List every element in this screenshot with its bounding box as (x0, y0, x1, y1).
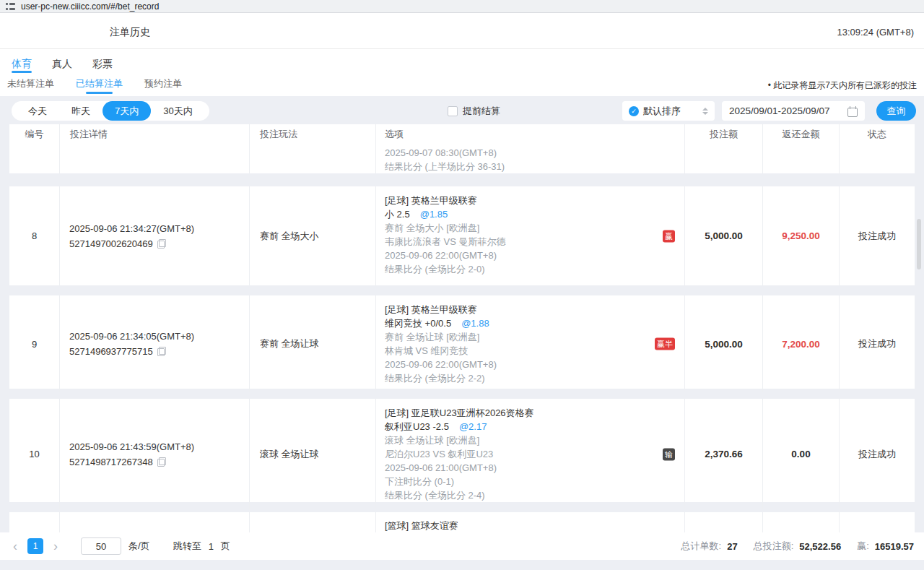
sort-arrows-icon (702, 108, 708, 115)
sort-select-label: 默认排序 (643, 105, 698, 118)
tab-live[interactable]: 真人 (52, 58, 72, 73)
odds: @2.17 (459, 421, 487, 432)
copy-icon[interactable] (157, 347, 166, 356)
league-name: [足球] 亚足联U23亚洲杯2026资格赛 (385, 406, 655, 420)
option-line: 2025-09-07 08:30(GMT+8) (385, 146, 655, 160)
search-button[interactable]: 查询 (876, 101, 916, 121)
settlement-tabs: 未结算注单 已结算注单 预约注单 • 此记录将显示7天内所有已派彩的投注 (0, 73, 924, 95)
bet-id: 5271496937775715 (69, 344, 153, 359)
footer-bar: ‹ 1 › 条/页 跳转至 1 页 总计单数: 27 总投注额: 52,522.… (0, 532, 924, 560)
early-settlement-label: 提前结算 (463, 105, 500, 118)
tab-lottery[interactable]: 彩票 (92, 58, 113, 73)
option-line: 赛前 全场大小 [欧洲盘] (385, 221, 655, 235)
odds: @1.88 (461, 318, 489, 329)
odds: @1.85 (420, 209, 448, 220)
bet-status: 投注成功 (839, 399, 915, 509)
bet-id: 5271497002620469 (69, 236, 153, 251)
page-header: 注单历史 13:09:24 (GMT+8) (0, 13, 924, 49)
bet-no: 8 (9, 186, 59, 285)
table-row[interactable]: 9 2025-09-06 21:34:05(GMT+8) 52714969377… (9, 295, 915, 389)
bet-status: 投注成功 (839, 295, 915, 392)
pick: 叙利亚U23 -2.5 (385, 421, 449, 432)
page-unit-label: 页 (221, 540, 230, 553)
option-line: 2025-09-06 22:00(GMT+8) (385, 249, 655, 262)
bet-id: 5271498717267348 (69, 454, 153, 470)
prev-page-button[interactable]: ‹ (10, 540, 20, 553)
col-option: 选项 (375, 124, 684, 144)
play-type: 赛前 全场大小 (249, 186, 375, 285)
col-status: 状态 (839, 124, 915, 144)
filter-30days-button[interactable]: 30天内 (151, 101, 204, 121)
pick: 维冈竞技 +0/0.5 (385, 318, 451, 329)
date-range-value: 2025/09/01-2025/09/07 (729, 105, 830, 116)
copy-icon[interactable] (157, 457, 166, 467)
stake-amount: 5,000.00 (705, 339, 743, 350)
page-title: 注单历史 (110, 26, 150, 39)
bet-time: 2025-09-06 21:34:05(GMT+8) (69, 329, 249, 344)
total-win-label: 赢: (857, 540, 869, 553)
option-line: 尼泊尔U23 VS 叙利亚U23 (385, 447, 655, 461)
payout-amount: 0.00 (791, 449, 810, 459)
tab-unsettled[interactable]: 未结算注单 (7, 77, 54, 95)
total-win-value: 16519.57 (875, 541, 914, 552)
early-settlement-filter[interactable]: 提前结算 (448, 105, 500, 118)
payout-amount: 9,250.00 (782, 230, 820, 241)
totals-summary: 总计单数: 27 总投注额: 52,522.56 赢: 16519.57 (681, 540, 914, 553)
page-number-button[interactable]: 1 (27, 538, 43, 554)
pick: 小 2.5 (385, 209, 410, 220)
vertical-scrollbar-thumb[interactable] (917, 219, 921, 269)
tab-sports[interactable]: 体育 (12, 58, 32, 73)
sort-select[interactable]: ✓ 默认排序 (622, 101, 715, 121)
pagination: ‹ 1 › 条/页 跳转至 1 页 (10, 537, 230, 555)
option-line: 结果比分 (全场比分 2-2) (385, 371, 655, 385)
league-name: [篮球] 篮球友谊赛 (385, 519, 655, 532)
total-stake-label: 总投注额: (754, 540, 794, 553)
url-text[interactable]: user-pc-new.ciiicc.com/#/bet_record (21, 1, 159, 12)
result-badge: 输 (663, 448, 675, 460)
date-quick-filters: 今天 昨天 7天内 30天内 (12, 101, 209, 121)
play-type: 滚球 全场让球 (249, 399, 375, 509)
bet-time: 2025-09-06 21:34:27(GMT+8) (69, 221, 249, 236)
option-line: 下注时比分 (0-1) (385, 475, 655, 488)
league-name: [足球] 英格兰甲级联赛 (385, 194, 655, 207)
early-settlement-checkbox[interactable] (448, 106, 458, 116)
total-stake-value: 52,522.56 (799, 541, 841, 552)
col-no: 编号 (9, 124, 59, 144)
option-line: 2025-09-06 22:00(GMT+8) (385, 358, 655, 371)
filter-yesterday-button[interactable]: 昨天 (59, 101, 103, 121)
record-notice: • 此记录将显示7天内所有已派彩的投注 (768, 79, 917, 92)
bet-record-page: user-pc-new.ciiicc.com/#/bet_record 注单历史… (0, 0, 924, 570)
option-line: 2025-09-06 21:00(GMT+8) (385, 461, 655, 475)
bet-status: 投注成功 (839, 186, 915, 285)
league-name: [足球] 英格兰甲级联赛 (385, 303, 655, 316)
col-stake: 投注额 (684, 124, 762, 144)
next-page-button[interactable]: › (51, 540, 61, 553)
page-size-input[interactable] (81, 537, 121, 555)
browser-url-bar: user-pc-new.ciiicc.com/#/bet_record (0, 0, 924, 13)
bet-no: 10 (9, 399, 59, 509)
calendar-icon[interactable] (847, 106, 858, 116)
jump-page-value[interactable]: 1 (209, 541, 214, 552)
payout-amount: 7,200.00 (782, 339, 820, 350)
play-type: 赛前 全场让球 (249, 295, 375, 392)
option-line: 结果比分 (全场比分 2-4) (385, 488, 655, 502)
result-badge: 赢半 (655, 338, 675, 350)
copy-icon[interactable] (157, 239, 166, 249)
tab-reserved[interactable]: 预约注单 (144, 77, 182, 95)
table-header: 编号 投注详情 投注玩法 选项 投注额 返还金额 状态 (9, 124, 915, 144)
date-range-input[interactable]: 2025/09/01-2025/09/07 (722, 101, 865, 121)
top-panel: 注单历史 13:09:24 (GMT+8) 体育 真人 彩票 未结算注单 已结算… (0, 13, 924, 96)
tab-switcher-icon[interactable] (6, 3, 15, 10)
option-line: 滚球 全场让球 [欧洲盘] (385, 433, 655, 447)
tab-settled[interactable]: 已结算注单 (76, 77, 123, 95)
filter-7days-button[interactable]: 7天内 (103, 101, 151, 121)
table-row[interactable]: 8 2025-09-06 21:34:27(GMT+8) 52714970026… (9, 186, 915, 285)
option-line: 赛前 全场让球 [欧洲盘] (385, 330, 655, 344)
table-row[interactable]: 10 2025-09-06 21:43:59(GMT+8) 5271498717… (9, 399, 915, 502)
category-tabs: 体育 真人 彩票 (0, 49, 924, 73)
col-payout: 返还金额 (762, 124, 839, 144)
server-clock: 13:09:24 (GMT+8) (837, 27, 914, 38)
filter-today-button[interactable]: 今天 (16, 101, 59, 121)
bet-no: 9 (9, 295, 59, 392)
option-line: 结果比分 (上半场比分 36-31) (385, 160, 655, 173)
